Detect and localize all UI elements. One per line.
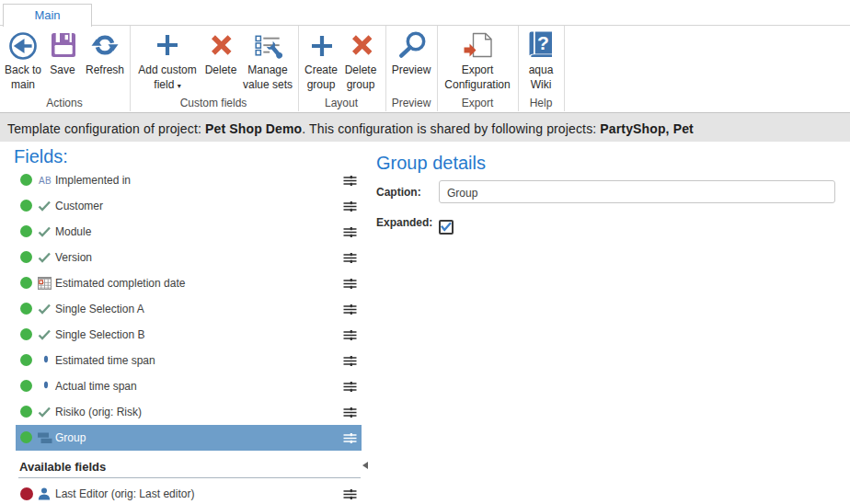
svg-text:?: ? <box>537 32 549 53</box>
